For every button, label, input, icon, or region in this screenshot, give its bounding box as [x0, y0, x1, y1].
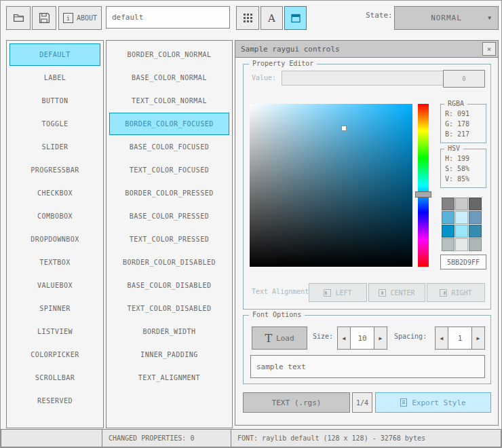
controls-list-item[interactable]: TOGGLE: [9, 113, 100, 135]
size-increase-button[interactable]: ▶: [374, 326, 387, 350]
palette-swatch[interactable]: [469, 198, 482, 210]
sv-cursor[interactable]: [341, 126, 347, 131]
properties-list-item[interactable]: BORDER_COLOR_DISABLED: [109, 251, 229, 274]
align-left-button[interactable]: LEFT: [309, 283, 367, 302]
palette-swatch[interactable]: [455, 238, 468, 251]
spacing-value[interactable]: 1: [448, 326, 471, 350]
export-style-button[interactable]: Export Style: [375, 392, 491, 413]
state-dropdown-value: NORMAL: [431, 14, 462, 22]
controls-list-item[interactable]: TEXTBOX: [9, 251, 100, 274]
align-center-label: CENTER: [390, 289, 414, 297]
close-icon: ×: [487, 45, 492, 54]
controls-list-item[interactable]: RESERVED: [9, 390, 100, 412]
properties-list-item[interactable]: BASE_COLOR_NORMAL: [109, 67, 229, 89]
rgba-group-label: RGBA: [444, 100, 467, 107]
style-grid-button[interactable]: [236, 6, 259, 30]
save-file-icon: [39, 12, 50, 24]
font-load-icon: T: [265, 332, 272, 345]
controls-panel-toggle-button[interactable]: [284, 6, 307, 30]
hue-bar[interactable]: [418, 104, 429, 267]
grid-icon: [243, 13, 253, 23]
size-decrease-button[interactable]: ◀: [337, 326, 351, 350]
controls-list-item[interactable]: SCROLLBAR: [9, 367, 100, 389]
align-left-icon: [324, 289, 331, 297]
left-arrow-icon: ◀: [440, 335, 444, 341]
value-input[interactable]: [282, 71, 446, 86]
properties-list-item[interactable]: TEXT_COLOR_DISABLED: [109, 297, 229, 320]
font-preview-button[interactable]: A: [260, 6, 283, 30]
properties-list-item[interactable]: TEXT_COLOR_PRESSED: [109, 228, 229, 250]
controls-list-item[interactable]: PROGRESSBAR: [9, 159, 100, 181]
align-right-button[interactable]: RIGHT: [427, 283, 485, 302]
size-label: Size:: [313, 333, 333, 340]
palette-swatch[interactable]: [442, 198, 455, 210]
palette-swatch[interactable]: [442, 211, 455, 224]
rgba-group: RGBA R: 091 G: 178 B: 217: [440, 104, 486, 143]
controls-list-item[interactable]: COLORPICKER: [9, 343, 100, 366]
properties-list-item[interactable]: BASE_COLOR_FOCUSED: [109, 136, 229, 158]
palette-swatch[interactable]: [469, 238, 482, 251]
spacing-decrease-button[interactable]: ◀: [435, 326, 448, 350]
properties-list: BORDER_COLOR_NORMALBASE_COLOR_NORMALTEXT…: [106, 40, 233, 428]
controls-list-item[interactable]: DROPDOWNBOX: [9, 228, 100, 250]
controls-list-item[interactable]: LABEL: [9, 67, 100, 89]
close-window-button[interactable]: ×: [482, 42, 496, 56]
status-cell-empty: [1, 429, 102, 447]
load-style-button[interactable]: [6, 6, 31, 30]
property-editor-group: Property Editor Value: 0 RGBA R: 091 G: …: [243, 64, 491, 310]
controls-list-item[interactable]: COMBOBOX: [9, 205, 100, 227]
size-value[interactable]: 10: [351, 326, 374, 350]
changed-properties-status: CHANGED PROPERTIES: 0: [102, 429, 231, 447]
properties-list-item[interactable]: BORDER_COLOR_FOCUSED: [109, 113, 229, 135]
palette-swatch[interactable]: [469, 211, 482, 224]
palette-swatch[interactable]: [455, 225, 468, 238]
save-style-button[interactable]: [32, 6, 56, 30]
controls-list-item[interactable]: SLIDER: [9, 136, 100, 158]
rguistyler-app: i ABOUT A State: NORMAL ▼ DEFAULTLABELBU…: [0, 0, 502, 448]
size-spinner: ◀ 10 ▶: [337, 326, 387, 348]
window-titlebar[interactable]: Sample raygui controls ×: [235, 41, 498, 58]
properties-list-item[interactable]: BASE_COLOR_PRESSED: [109, 205, 229, 227]
hex-color-box[interactable]: 5BB2D9FF: [440, 255, 486, 269]
controls-list-item[interactable]: DEFAULT: [9, 43, 100, 66]
export-style-label: Export Style: [412, 398, 465, 407]
about-button[interactable]: i ABOUT: [58, 6, 102, 30]
style-name-input[interactable]: [106, 6, 230, 29]
sample-controls-window: Sample raygui controls × Property Editor…: [235, 40, 499, 426]
load-font-button[interactable]: T Load: [252, 326, 307, 350]
properties-list-item[interactable]: BORDER_COLOR_NORMAL: [109, 43, 229, 66]
properties-list-item[interactable]: INNER_PADDING: [109, 343, 229, 366]
properties-list-item[interactable]: TEXT_COLOR_NORMAL: [109, 90, 229, 112]
properties-list-item[interactable]: BORDER_COLOR_PRESSED: [109, 182, 229, 204]
palette-swatch[interactable]: [469, 225, 482, 238]
value-apply-button[interactable]: 0: [443, 70, 485, 88]
hue-slider-handle[interactable]: [415, 191, 431, 198]
properties-list-item[interactable]: TEXT_ALIGNMENT: [109, 367, 229, 389]
export-format-button[interactable]: TEXT (.rgs): [243, 392, 350, 413]
palette-swatch[interactable]: [455, 211, 468, 224]
sv-square[interactable]: [250, 104, 412, 267]
palette-swatch[interactable]: [442, 225, 455, 238]
text-alignment-label: Text Alignment:: [252, 288, 313, 295]
properties-list-item[interactable]: TEXT_COLOR_FOCUSED: [109, 159, 229, 181]
align-center-button[interactable]: CENTER: [368, 283, 425, 302]
properties-list-item[interactable]: BORDER_WIDTH: [109, 320, 229, 343]
open-file-icon: [13, 12, 24, 24]
controls-list-item[interactable]: VALUEBOX: [9, 274, 100, 297]
properties-list-item[interactable]: BASE_COLOR_DISABLED: [109, 274, 229, 297]
controls-list-item[interactable]: BUTTON: [9, 90, 100, 112]
palette-swatch[interactable]: [442, 238, 455, 251]
value-label: Value:: [252, 74, 276, 81]
controls-list-item[interactable]: LISTVIEW: [9, 320, 100, 343]
hsv-group: HSV H: 199 S: 58% V: 85%: [440, 149, 486, 188]
saturation-value: S: 58%: [441, 164, 486, 174]
controls-list: DEFAULTLABELBUTTONTOGGLESLIDERPROGRESSBA…: [6, 40, 104, 428]
sample-text-input[interactable]: [250, 355, 485, 378]
spacing-increase-button[interactable]: ▶: [471, 326, 485, 350]
state-dropdown[interactable]: NORMAL ▼: [394, 6, 499, 30]
controls-list-item[interactable]: SPINNER: [9, 297, 100, 320]
load-font-label: Load: [276, 334, 294, 343]
format-page-indicator[interactable]: 1/4: [352, 392, 372, 413]
controls-list-item[interactable]: CHECKBOX: [9, 182, 100, 204]
palette-swatch[interactable]: [455, 198, 468, 210]
